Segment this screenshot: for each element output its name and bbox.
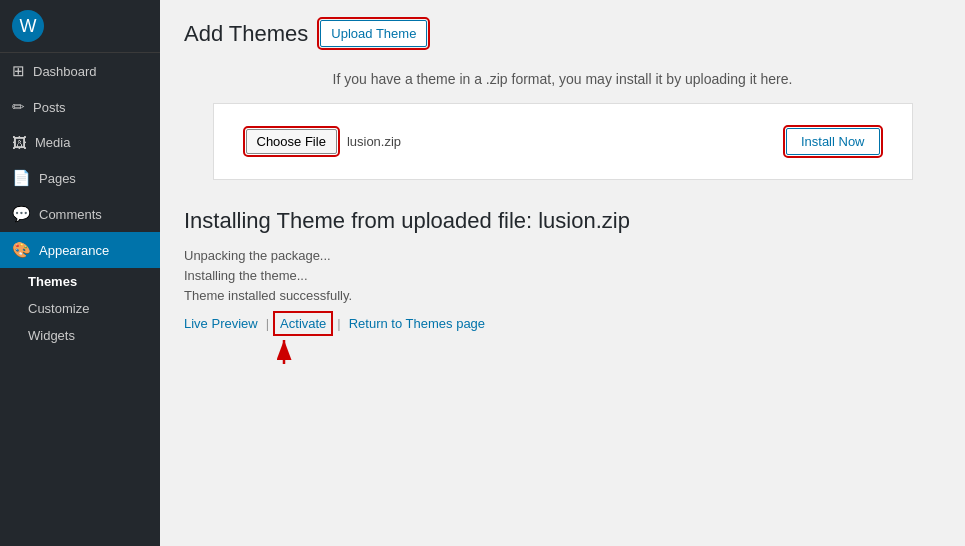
live-preview-link[interactable]: Live Preview xyxy=(184,316,258,331)
log-line-3: Theme installed successfully. xyxy=(184,288,941,303)
choose-file-button[interactable]: Choose File xyxy=(246,129,337,154)
dashboard-icon: ⊞ xyxy=(12,62,25,80)
sidebar-item-comments[interactable]: 💬 Comments xyxy=(0,196,160,232)
posts-icon: ✏ xyxy=(12,98,25,116)
sidebar-item-posts[interactable]: ✏ Posts xyxy=(0,89,160,125)
sidebar-item-media[interactable]: 🖼 Media xyxy=(0,125,160,160)
arrow-svg xyxy=(254,336,314,366)
upload-box: Choose File lusion.zip Install Now xyxy=(213,103,913,180)
upload-theme-button[interactable]: Upload Theme xyxy=(320,20,427,47)
page-header: Add Themes Upload Theme xyxy=(184,20,941,47)
wp-logo-icon: W xyxy=(12,10,44,42)
main-content: Add Themes Upload Theme If you have a th… xyxy=(160,0,965,546)
file-name-display: lusion.zip xyxy=(347,134,401,149)
comments-icon: 💬 xyxy=(12,205,31,223)
sidebar-subitem-customize[interactable]: Customize xyxy=(0,295,160,322)
install-now-button[interactable]: Install Now xyxy=(786,128,880,155)
activate-arrow xyxy=(254,336,941,366)
sidebar-item-appearance[interactable]: 🎨 Appearance xyxy=(0,232,160,268)
log-line-2: Installing the theme... xyxy=(184,268,941,283)
install-links: Live Preview | Activate | Return to Them… xyxy=(184,315,941,332)
sidebar-subitem-themes[interactable]: Themes xyxy=(0,268,160,295)
log-line-1: Unpacking the package... xyxy=(184,248,941,263)
sidebar-item-pages[interactable]: 📄 Pages xyxy=(0,160,160,196)
activate-link[interactable]: Activate xyxy=(277,315,329,332)
sidebar-logo: W xyxy=(0,0,160,53)
install-section: Installing Theme from uploaded file: lus… xyxy=(184,208,941,366)
link-separator-1: | xyxy=(266,316,269,331)
install-title: Installing Theme from uploaded file: lus… xyxy=(184,208,941,234)
link-separator-2: | xyxy=(337,316,340,331)
appearance-icon: 🎨 xyxy=(12,241,31,259)
media-icon: 🖼 xyxy=(12,134,27,151)
sidebar: W ⊞ Dashboard ✏ Posts 🖼 Media 📄 Pages 💬 … xyxy=(0,0,160,546)
file-input-area: Choose File lusion.zip xyxy=(246,129,402,154)
pages-icon: 📄 xyxy=(12,169,31,187)
page-title: Add Themes xyxy=(184,21,308,47)
sidebar-subitem-widgets[interactable]: Widgets xyxy=(0,322,160,349)
return-to-themes-link[interactable]: Return to Themes page xyxy=(349,316,485,331)
sidebar-item-dashboard[interactable]: ⊞ Dashboard xyxy=(0,53,160,89)
upload-info-text: If you have a theme in a .zip format, yo… xyxy=(184,71,941,87)
install-log: Unpacking the package... Installing the … xyxy=(184,248,941,303)
